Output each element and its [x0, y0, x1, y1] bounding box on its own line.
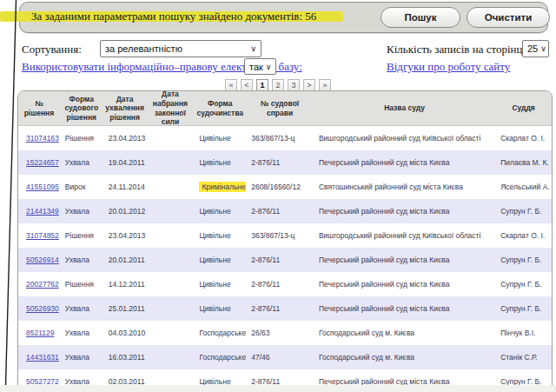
sort-select[interactable]: за релевантністю ∨	[100, 40, 261, 57]
table-cell: Ухвала	[60, 321, 103, 345]
page-button[interactable]: 3	[288, 79, 300, 91]
decision-number-link[interactable]: 8521129	[26, 329, 54, 337]
table-cell: Ясельський А. М.	[495, 175, 552, 199]
table-cell: Печерський районний суд міста Києва	[314, 272, 495, 296]
column-header: Назва суду	[314, 91, 495, 125]
table-cell: 31074163	[18, 126, 60, 150]
table-cell	[147, 345, 195, 369]
table-cell: Пилаєва М. К.	[495, 150, 552, 175]
column-header: № судової справи	[246, 91, 314, 125]
table-cell: Господарське	[194, 321, 246, 345]
decision-number-link[interactable]: 14431631	[26, 353, 59, 362]
table-cell: 2-876/11	[246, 272, 314, 296]
page-button[interactable]: 1	[256, 79, 268, 91]
table-cell: Вишгородський районний суд Київської обл…	[314, 223, 495, 248]
table-cell: 20.01.2012	[103, 199, 147, 223]
sort-select-value: за релевантністю	[105, 43, 182, 54]
bottom-strip	[0, 385, 556, 392]
table-row: 31074852Рішення23.04.2013Цивільне363/867…	[18, 223, 552, 248]
table-cell	[147, 272, 195, 296]
clear-button[interactable]: Очистити	[467, 7, 550, 28]
decision-number-link[interactable]: 50526914	[26, 256, 59, 264]
table-cell: 14431631	[18, 345, 60, 369]
legal-base-select[interactable]: так ∨	[244, 58, 276, 75]
column-header: № рішення	[18, 91, 60, 125]
page-button[interactable]: 2	[272, 79, 284, 91]
table-cell: 04.03.2010	[103, 321, 147, 345]
column-header: Дата набрання законної сили	[147, 91, 195, 125]
table-cell: Печерський районний суд міста Києва	[314, 199, 495, 223]
table-cell: 24.11.2014	[103, 175, 147, 199]
table-cell: Скарлат О. І.	[495, 223, 552, 248]
page-button[interactable]: >	[303, 79, 315, 91]
table-cell: Ухвала	[60, 150, 103, 175]
table-cell: 19.04.2011	[103, 150, 147, 175]
table-body: 31074163Рішення23.04.2013Цивільне363/867…	[18, 126, 552, 392]
per-page-label: Кількість записів на сторінці:	[387, 43, 529, 56]
table-row: 31074163Рішення23.04.2013Цивільне363/867…	[18, 126, 552, 150]
table-cell: Господарське	[194, 345, 246, 369]
table-cell: Рішення	[60, 126, 103, 150]
table-cell: 2-876/11	[246, 150, 314, 175]
legal-base-select-value: так	[249, 62, 263, 72]
table-cell	[147, 150, 195, 175]
table-cell: 47/46	[246, 345, 314, 369]
table-row: 14431631Ухвала16.03.2011Господарське47/4…	[18, 345, 552, 369]
table-row: 41551095Вирок24.11.2014Кримінальне2608/1…	[18, 175, 552, 199]
decision-number-link[interactable]: 20027762	[26, 280, 59, 289]
table-cell: 50526914	[18, 248, 60, 272]
table-cell: Рішення	[60, 272, 103, 296]
table-cell: Вирок	[60, 175, 103, 199]
table-cell: Цивільне	[194, 199, 246, 223]
table-cell	[147, 126, 195, 150]
table-cell: 31074852	[18, 223, 60, 248]
table-cell: Печерський районний суд міста Києва	[314, 150, 495, 175]
table-cell: 23.04.2013	[103, 223, 147, 248]
table-cell: 20027762	[18, 272, 60, 296]
table-cell: 2-876/11	[246, 199, 314, 223]
table-cell: 14.12.2011	[103, 272, 147, 296]
table-cell: Цивільне	[194, 126, 246, 150]
table-cell: Ухвала	[60, 199, 103, 223]
table-cell: Скарлат О. І.	[495, 126, 552, 150]
table-cell: 2-876/11	[246, 296, 314, 321]
table-row: 50526930Ухвала25.01.2011Цивільне2-876/11…	[18, 296, 552, 321]
column-header: Форма судочинства	[194, 91, 246, 125]
table-cell: 363/867/13-ц	[246, 223, 314, 248]
table-cell: Ухвала	[60, 296, 103, 321]
decision-number-link[interactable]: 50526930	[26, 304, 59, 313]
decision-number-link[interactable]: 31074163	[26, 134, 59, 143]
table-header-row: № рішенняФорма судового рішенняДата ухва…	[18, 91, 552, 126]
table-cell: Супрун Г. Б.	[495, 199, 552, 223]
decision-number-link[interactable]: 41551095	[26, 183, 59, 191]
decision-number-link[interactable]: 31074852	[26, 231, 59, 240]
table-cell: Супрун Г. Б.	[495, 272, 552, 296]
table-cell: 15224657	[18, 150, 60, 175]
page-button[interactable]: <	[241, 79, 253, 91]
table-row: 15224657Ухвала19.04.2011Цивільне2-876/11…	[18, 150, 552, 175]
table-row: 20027762Рішення14.12.2011Цивільне2-876/1…	[18, 272, 552, 296]
highlighted-proceeding-value: Кримінальне	[199, 182, 246, 192]
table-cell	[147, 223, 195, 248]
table-cell: Цивільне	[194, 150, 246, 175]
pagination: «<123>»	[0, 76, 556, 91]
column-header: Суддя	[495, 91, 552, 125]
table-cell: 8521129	[18, 321, 60, 345]
table-row: 8521129Ухвала04.03.2010Господарське26/63…	[18, 321, 552, 345]
search-button[interactable]: Пошук	[381, 7, 460, 28]
table-row: 50526914Ухвала20.01.2011Цивільне2-876/11…	[18, 248, 552, 272]
site-feedback-link[interactable]: Відгуки про роботу сайту	[387, 60, 510, 74]
table-cell: Господарський суд м. Києва	[314, 321, 495, 345]
decision-number-link[interactable]: 21441349	[26, 207, 59, 216]
page-button[interactable]: »	[319, 79, 331, 91]
table-cell: Кримінальне	[194, 175, 246, 199]
table-cell: Рішення	[60, 223, 103, 248]
chevron-down-icon: ∨	[266, 63, 272, 71]
results-count-message: За заданими параметрами пошуку знайдено …	[31, 10, 316, 23]
table-cell: Пінчук В.І.	[495, 321, 552, 345]
decision-number-link[interactable]: 15224657	[26, 158, 59, 167]
page-button[interactable]: «	[225, 79, 237, 91]
per-page-select[interactable]: 25 ∨	[522, 40, 549, 57]
table-cell: 41551095	[18, 175, 60, 199]
results-table: № рішенняФорма судового рішенняДата ухва…	[17, 90, 553, 392]
